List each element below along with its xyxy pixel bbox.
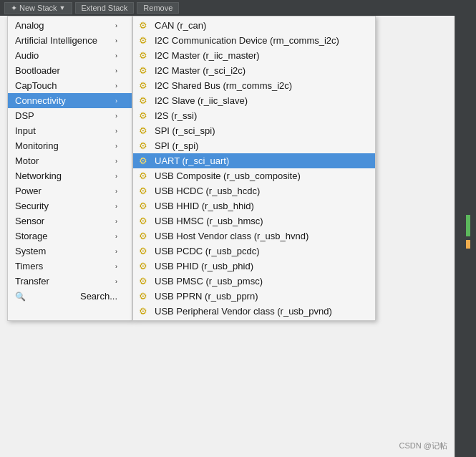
submenu-item-label: CAN (r_can) [155, 20, 206, 31]
submenu-item-i2c_slave[interactable]: ⚙I2C Slave (r_iic_slave) [133, 93, 375, 108]
gear-icon: ⚙ [139, 50, 150, 61]
submenu-item-label: SPI (r_spi) [155, 140, 198, 151]
right-panel [455, 16, 476, 457]
submenu-item-usb_pprn[interactable]: ⚙USB PPRN (r_usb_pprn) [133, 289, 375, 304]
submenu-item-label: USB PHID (r_usb_phid) [155, 261, 253, 271]
gear-icon: ⚙ [139, 140, 150, 151]
menu-item-label: Motor [15, 155, 39, 166]
gear-icon: ⚙ [139, 65, 150, 76]
remove-label: Remove [143, 4, 173, 12]
chevron-right-icon: › [115, 248, 117, 255]
menu-item-connectivity[interactable]: Connectivity› [8, 93, 132, 108]
submenu-item-usb_peripheral_vendor[interactable]: ⚙USB Peripheral Vendor class (r_usb_pvnd… [133, 304, 375, 319]
submenu-item-label: I2C Shared Bus (rm_comms_i2c) [155, 80, 292, 91]
menu-item-security[interactable]: Security› [8, 198, 132, 213]
gear-icon: ⚙ [139, 201, 150, 211]
menu-item-ai[interactable]: Artificial Intelligence› [8, 33, 132, 48]
submenu-item-label: USB Composite (r_usb_composite) [155, 170, 301, 181]
gear-icon: ⚙ [139, 155, 150, 166]
submenu-item-usb_hhid[interactable]: ⚙USB HHID (r_usb_hhid) [133, 198, 375, 213]
submenu-item-i2c_comm[interactable]: ⚙I2C Communication Device (rm_comms_i2c) [133, 33, 375, 48]
menu-item-transfer[interactable]: Transfer› [8, 274, 132, 289]
submenu-item-label: I2C Slave (r_iic_slave) [155, 95, 248, 106]
extend-stack-button[interactable]: Extend Stack [75, 2, 135, 14]
watermark: CSDN @记帖 [399, 441, 447, 451]
gear-icon: ⚙ [139, 186, 150, 196]
submenu-item-usb_host_vendor[interactable]: ⚙USB Host Vendor class (r_usb_hvnd) [133, 228, 375, 244]
gear-icon: ⚙ [139, 95, 150, 106]
submenu-item-label: USB HHID (r_usb_hhid) [155, 201, 254, 211]
menu-item-input[interactable]: Input› [8, 123, 132, 138]
chevron-right-icon: › [115, 82, 117, 90]
menu-item-label: Timers [15, 261, 43, 271]
chevron-right-icon: › [115, 158, 117, 165]
submenu-item-label: USB PCDC (r_usb_pcdc) [155, 246, 260, 256]
chevron-right-icon: › [115, 218, 117, 225]
new-stack-button[interactable]: ✦ New Stack ▼ [4, 2, 72, 14]
submenu-item-uart[interactable]: ⚙UART (r_sci_uart) [133, 153, 375, 168]
submenu-item-label: USB PPRN (r_usb_pprn) [155, 291, 258, 302]
gear-icon: ⚙ [139, 125, 150, 136]
submenu-item-label: SPI (r_sci_spi) [155, 125, 215, 136]
menu-item-timers[interactable]: Timers› [8, 259, 132, 274]
chevron-right-icon: › [115, 112, 117, 120]
menu-item-label: Security [15, 201, 49, 211]
submenu-item-i2s[interactable]: ⚙I2S (r_ssi) [133, 108, 375, 123]
new-stack-icon: ✦ [11, 4, 17, 13]
menu-item-captouch[interactable]: CapTouch› [8, 78, 132, 93]
gear-icon: ⚙ [139, 306, 150, 317]
menu-container: Analog›Artificial Intelligence›Audio›Boo… [7, 16, 376, 321]
yellow-strip [466, 240, 470, 249]
gear-icon: ⚙ [139, 246, 150, 256]
submenu-item-spi[interactable]: ⚙SPI (r_spi) [133, 138, 375, 153]
remove-button[interactable]: Remove [137, 2, 179, 14]
menu-item-bootloader[interactable]: Bootloader› [8, 63, 132, 78]
menu-item-label: Analog [15, 20, 44, 31]
submenu-item-spi_sci[interactable]: ⚙SPI (r_sci_spi) [133, 123, 375, 138]
menu-item-motor[interactable]: Motor› [8, 153, 132, 168]
submenu-item-usb_phid[interactable]: ⚙USB PHID (r_usb_phid) [133, 259, 375, 274]
menu-item-label: Transfer [15, 276, 49, 287]
green-strip [466, 215, 470, 236]
menu-item-monitoring[interactable]: Monitoring› [8, 138, 132, 153]
submenu-item-usb_hcdc[interactable]: ⚙USB HCDC (r_usb_hcdc) [133, 183, 375, 198]
gear-icon: ⚙ [139, 35, 150, 46]
submenu-item-label: I2S (r_ssi) [155, 110, 197, 121]
menu-item-label: Storage [15, 231, 48, 241]
submenu-item-usb_composite[interactable]: ⚙USB Composite (r_usb_composite) [133, 168, 375, 183]
menu-item-audio[interactable]: Audio› [8, 48, 132, 63]
menu-item-search[interactable]: 🔍Search... [8, 289, 132, 304]
menu-item-networking[interactable]: Networking› [8, 168, 132, 183]
menu-item-sensor[interactable]: Sensor› [8, 213, 132, 228]
gear-icon: ⚙ [139, 110, 150, 121]
menu-item-analog[interactable]: Analog› [8, 18, 132, 33]
menu-item-system[interactable]: System› [8, 244, 132, 259]
submenu-item-i2c_shared[interactable]: ⚙I2C Shared Bus (rm_comms_i2c) [133, 78, 375, 93]
submenu-item-usb_pmsc[interactable]: ⚙USB PMSC (r_usb_pmsc) [133, 274, 375, 289]
chevron-right-icon: › [115, 203, 117, 210]
menu-item-label: Monitoring [15, 140, 59, 151]
search-icon: 🔍 [15, 292, 26, 302]
submenu-item-can[interactable]: ⚙CAN (r_can) [133, 18, 375, 33]
chevron-right-icon: › [115, 263, 117, 270]
new-stack-arrow-icon: ▼ [59, 4, 66, 11]
menu-item-label: CapTouch [15, 80, 57, 91]
submenu-item-label: I2C Master (r_sci_i2c) [155, 65, 246, 76]
menu-item-label: DSP [15, 110, 34, 121]
submenu-item-label: I2C Communication Device (rm_comms_i2c) [155, 35, 339, 46]
menu-item-label: Audio [15, 50, 39, 61]
menu-item-label: Connectivity [15, 95, 66, 106]
chevron-right-icon: › [115, 67, 117, 74]
submenu-item-usb_pcdc[interactable]: ⚙USB PCDC (r_usb_pcdc) [133, 244, 375, 259]
chevron-right-icon: › [115, 143, 117, 150]
submenu-item-i2c_master_sci[interactable]: ⚙I2C Master (r_sci_i2c) [133, 63, 375, 78]
menu-item-power[interactable]: Power› [8, 183, 132, 198]
submenu-item-i2c_master[interactable]: ⚙I2C Master (r_iic_master) [133, 48, 375, 63]
submenu-item-label: USB HCDC (r_usb_hcdc) [155, 186, 260, 196]
gear-icon: ⚙ [139, 20, 150, 31]
menu-item-dsp[interactable]: DSP› [8, 108, 132, 123]
primary-menu: Analog›Artificial Intelligence›Audio›Boo… [7, 16, 132, 321]
submenu-item-usb_hmsc[interactable]: ⚙USB HMSC (r_usb_hmsc) [133, 213, 375, 228]
menu-item-storage[interactable]: Storage› [8, 228, 132, 244]
extend-stack-label: Extend Stack [82, 4, 128, 12]
